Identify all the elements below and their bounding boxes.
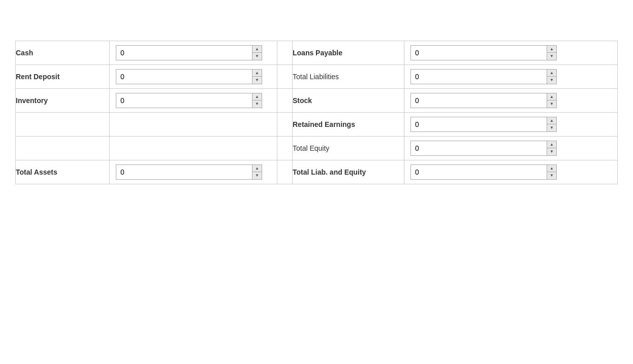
left-label-rent_deposit: Rent Deposit <box>16 65 110 89</box>
left-input-cell-empty <box>110 113 277 137</box>
left-input-cell-empty <box>110 137 277 160</box>
table-row: Total Equity ▲ ▼ <box>16 137 618 160</box>
spinner-up-total_liab_equity[interactable]: ▲ <box>547 165 556 172</box>
input-total_assets[interactable] <box>116 165 252 179</box>
spinner-up-retained_earnings[interactable]: ▲ <box>547 117 556 124</box>
balance-sheet-table: Cash ▲ ▼ Loans <box>15 41 618 184</box>
input-retained_earnings[interactable] <box>411 117 547 131</box>
left-label-cash: Cash <box>16 41 110 65</box>
left-input-cell-rent_deposit: ▲ ▼ <box>110 65 277 89</box>
spacer-col <box>277 113 293 137</box>
spinner-down-retained_earnings[interactable]: ▼ <box>547 124 556 131</box>
table-row: Inventory ▲ ▼ S <box>16 89 618 113</box>
table-row: Retained Earnings ▲ ▼ <box>16 113 618 137</box>
spinner-up-total_liabilities[interactable]: ▲ <box>547 70 556 77</box>
right-input-cell-stock: ▲ ▼ <box>404 89 618 113</box>
left-input-cell-inventory: ▲ ▼ <box>110 89 277 113</box>
spacer-col <box>277 160 293 184</box>
spinner-down-rent_deposit[interactable]: ▼ <box>252 77 262 84</box>
right-input-cell-loans_payable: ▲ ▼ <box>404 41 618 65</box>
left-input-cell-total_assets: ▲ ▼ <box>110 160 277 184</box>
table-row: Rent Deposit ▲ ▼ <box>16 65 618 89</box>
input-inventory[interactable] <box>116 93 252 108</box>
spinner-up-total_assets[interactable]: ▲ <box>252 165 262 172</box>
spinner-up-cash[interactable]: ▲ <box>252 46 262 53</box>
left-label-inventory: Inventory <box>16 89 110 113</box>
input-rent_deposit[interactable] <box>116 70 252 84</box>
right-label-total_liab_equity: Total Liab. and Equity <box>293 160 404 184</box>
table-row: Total Assets ▲ ▼ <box>16 160 618 184</box>
spinner-up-stock[interactable]: ▲ <box>547 93 556 101</box>
input-stock[interactable] <box>411 93 547 108</box>
right-label-stock: Stock <box>293 89 404 113</box>
left-label-empty <box>16 113 110 137</box>
spinner-down-total_liab_equity[interactable]: ▼ <box>547 172 556 179</box>
spinner-up-inventory[interactable]: ▲ <box>252 93 262 101</box>
spacer-col <box>277 89 293 113</box>
spinner-up-rent_deposit[interactable]: ▲ <box>252 70 262 77</box>
left-label-empty <box>16 137 110 160</box>
input-total_liabilities[interactable] <box>411 70 547 84</box>
right-label-total_liabilities: Total Liabilities <box>293 65 404 89</box>
spinner-down-loans_payable[interactable]: ▼ <box>547 53 556 60</box>
right-input-cell-total_liab_equity: ▲ ▼ <box>404 160 618 184</box>
spinner-down-total_liabilities[interactable]: ▼ <box>547 77 556 84</box>
right-input-cell-retained_earnings: ▲ ▼ <box>404 113 618 137</box>
right-label-total_equity: Total Equity <box>293 137 404 160</box>
right-input-cell-total_equity: ▲ ▼ <box>404 137 618 160</box>
input-loans_payable[interactable] <box>411 46 547 60</box>
left-label-total_assets: Total Assets <box>16 160 110 184</box>
spinner-up-loans_payable[interactable]: ▲ <box>547 46 556 53</box>
right-label-retained_earnings: Retained Earnings <box>293 113 404 137</box>
input-total_equity[interactable] <box>411 141 547 155</box>
spacer-col <box>277 41 293 65</box>
spinner-down-total_assets[interactable]: ▼ <box>252 172 262 179</box>
spinner-down-cash[interactable]: ▼ <box>252 53 262 60</box>
right-label-loans_payable: Loans Payable <box>293 41 404 65</box>
left-input-cell-cash: ▲ ▼ <box>110 41 277 65</box>
table-row: Cash ▲ ▼ Loans <box>16 41 618 65</box>
input-cash[interactable] <box>116 46 252 60</box>
spacer-col <box>277 65 293 89</box>
spacer-col <box>277 137 293 160</box>
spinner-down-stock[interactable]: ▼ <box>547 101 556 108</box>
right-input-cell-total_liabilities: ▲ ▼ <box>404 65 618 89</box>
input-total_liab_equity[interactable] <box>411 165 547 179</box>
spinner-down-total_equity[interactable]: ▼ <box>547 148 556 155</box>
spinner-down-inventory[interactable]: ▼ <box>252 101 262 108</box>
spinner-up-total_equity[interactable]: ▲ <box>547 141 556 148</box>
